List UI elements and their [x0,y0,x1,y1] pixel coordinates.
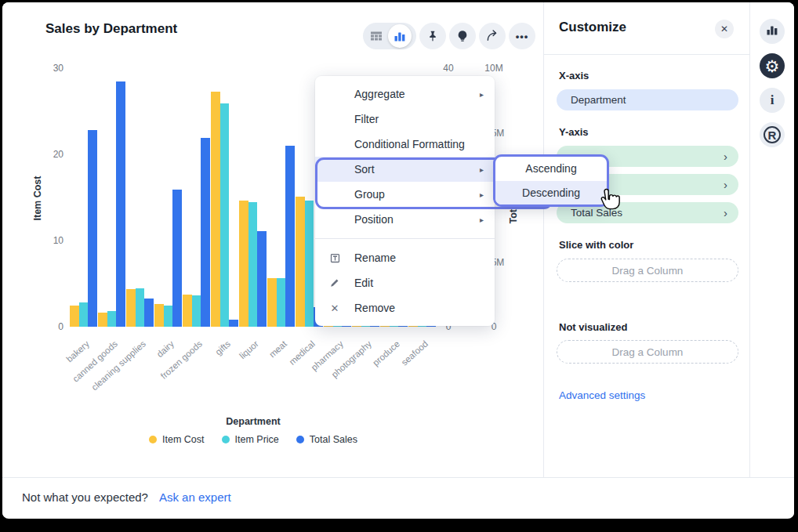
bar-item-price[interactable] [220,103,230,327]
customize-title: Customize [559,20,626,35]
rail-info-button[interactable]: i [760,88,785,113]
menu-item-conditional-formatting[interactable]: Conditional Formatting [315,132,495,157]
share-arrow-icon [485,29,499,43]
r-logo-icon: R [764,126,781,143]
bar-total-sales[interactable] [257,231,267,327]
submenu-arrow-icon: ▸ [480,215,484,224]
legend-label: Total Sales [310,434,357,445]
bar-total-sales[interactable] [201,138,210,327]
menu-item-filter[interactable]: Filter [315,107,495,132]
bar-item-cost[interactable] [211,92,220,327]
rename-icon [328,252,341,264]
menu-divider [315,238,495,239]
edit-icon [328,277,341,289]
submenu-item-descending[interactable]: Descending [495,181,607,205]
chevron-right-icon: › [724,178,727,191]
advanced-settings-link[interactable]: Advanced settings [559,389,645,401]
legend-item: Item Cost [149,434,205,445]
bar-item-cost[interactable] [70,306,79,328]
ellipsis-icon: ••• [516,31,529,42]
y-axis-section-label: Y-axis [559,126,589,138]
slice-dropzone[interactable]: Drag a Column [557,259,738,282]
chevron-right-icon: › [724,206,727,219]
not-visualized-dropzone[interactable]: Drag a Column [557,340,738,364]
bar-total-sales[interactable] [229,320,238,327]
chart-view-icon[interactable] [388,24,412,48]
bar-total-sales[interactable] [116,81,125,328]
bar-total-sales[interactable] [285,146,295,327]
submenu-arrow-icon: ▸ [480,165,484,174]
menu-item-label: Rename [354,252,396,264]
menu-item-position[interactable]: Position▸ [315,207,495,232]
legend-dot-icon [149,436,157,443]
bar-item-price[interactable] [305,201,314,327]
legend-item: Item Price [222,434,279,445]
remove-icon: ✕ [328,302,341,314]
rail-settings-button[interactable]: ⚙ [760,53,785,78]
bar-item-price[interactable] [136,288,145,328]
rail-r-logo-button[interactable]: R [760,122,785,147]
context-menu: Aggregate▸FilterConditional FormattingSo… [315,76,495,326]
app-window: Sales by Department ••• [2,2,794,519]
more-button[interactable]: ••• [509,23,535,49]
legend-dot-icon [296,436,304,443]
submenu-item-ascending[interactable]: Ascending [495,157,607,181]
menu-item-label: Remove [354,302,395,314]
menu-item-edit[interactable]: Edit [315,270,495,295]
menu-item-label: Group [354,188,385,201]
close-icon: ✕ [720,24,728,34]
chart-title: Sales by Department [45,21,177,37]
y-axis-tick-right1: 40 [435,63,462,74]
chevron-right-icon: › [724,150,727,163]
menu-item-group[interactable]: Group▸ [315,182,495,207]
legend-item: Total Sales [296,434,357,445]
y-axis-title-left: Item Cost [32,159,43,237]
right-rail: ⚙ i R [751,2,794,477]
ask-expert-link[interactable]: Ask an expert [159,490,231,504]
x-axis-pill-department[interactable]: Department [557,89,738,110]
bar-item-cost[interactable] [296,197,305,327]
customize-panel: Customize ✕ X-axis Department Y-axis Sli… [543,2,750,477]
bar-item-price[interactable] [107,311,117,327]
bar-item-cost[interactable] [267,278,277,327]
customize-header: Customize ✕ [544,2,749,55]
menu-item-remove[interactable]: ✕Remove [315,295,495,320]
menu-item-sort[interactable]: Sort▸ [315,157,495,182]
bulb-icon [455,29,470,43]
not-visualized-dropzone-label: Drag a Column [612,346,684,358]
legend-label: Item Cost [162,434,205,445]
bar-total-sales[interactable] [144,299,154,327]
x-axis-section-label: X-axis [559,70,589,81]
gear-icon: ⚙ [765,58,780,74]
bar-item-cost[interactable] [98,313,107,327]
bar-total-sales[interactable] [172,190,182,327]
close-button[interactable]: ✕ [715,20,734,38]
bar-item-price[interactable] [164,306,173,327]
menu-item-label: Position [354,213,394,226]
y-axis-pill-label: Total Sales [571,207,622,219]
bar-item-price[interactable] [277,278,286,327]
rail-chart-button[interactable] [760,19,785,44]
share-button[interactable] [479,23,506,49]
pin-button[interactable] [419,23,446,49]
bar-item-price[interactable] [79,302,89,327]
view-toggle[interactable] [363,23,416,49]
chart-toolbar: ••• [363,23,535,49]
bar-total-sales[interactable] [88,130,97,327]
menu-item-rename[interactable]: Rename [315,245,495,270]
bar-item-cost[interactable] [154,304,164,327]
bar-item-cost[interactable] [183,295,192,327]
bar-item-price[interactable] [192,295,201,327]
menu-item-label: Filter [354,113,379,125]
footer-question: Not what you expected? [22,490,148,504]
bar-item-cost[interactable] [239,201,248,327]
x-axis-title: Department [198,416,308,427]
menu-item-label: Conditional Formatting [354,138,465,150]
bar-item-price[interactable] [248,202,258,327]
bar-item-cost[interactable] [126,289,136,327]
insight-button[interactable] [449,23,476,49]
menu-item-aggregate[interactable]: Aggregate▸ [315,81,495,107]
footer-bar: Not what you expected? Ask an expert [2,477,794,516]
table-view-icon[interactable] [365,24,388,48]
submenu-arrow-icon: ▸ [480,190,484,199]
